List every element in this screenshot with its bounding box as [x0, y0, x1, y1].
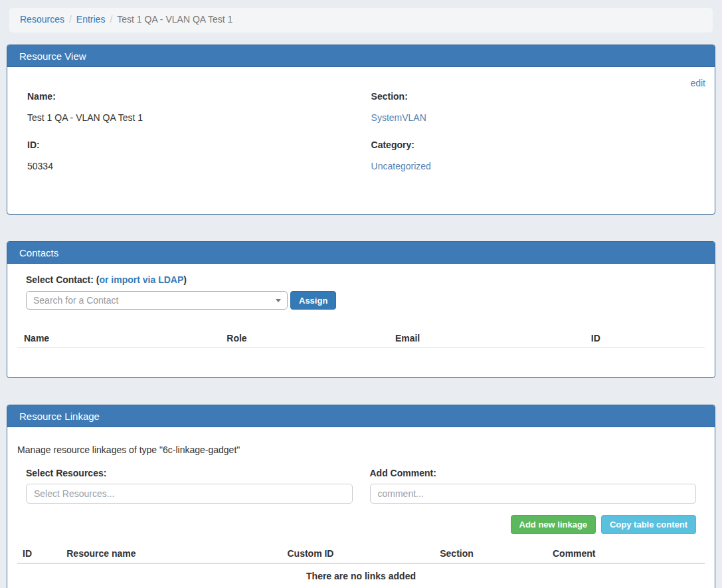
resource-linkage-panel: Resource Linkage Manage resource linkage…	[7, 405, 715, 588]
select-contact-label: Select Contact: (or import via LDAP)	[26, 274, 696, 285]
resource-linkage-panel-title: Resource Linkage	[7, 405, 715, 427]
comment-input[interactable]	[370, 484, 697, 504]
category-value-link[interactable]: Uncategorized	[371, 161, 431, 171]
resource-view-left-column: Name: Test 1 QA - VLAN QA Test 1 ID: 503…	[27, 91, 371, 188]
linkage-buttons-row: Add new linkage Copy table content	[17, 504, 705, 534]
linkage-empty-message: There are no links added	[17, 563, 705, 588]
select-contact-label-prefix: Select Contact: (	[26, 274, 99, 285]
contacts-table: Name Role Email ID	[17, 332, 705, 348]
breadcrumb-separator: /	[69, 14, 72, 25]
id-label: ID:	[27, 140, 371, 150]
resource-view-fields: Name: Test 1 QA - VLAN QA Test 1 ID: 503…	[27, 91, 695, 188]
contacts-header-id: ID	[585, 332, 705, 348]
edit-link[interactable]: edit	[690, 78, 705, 88]
select-resources-group: Select Resources:	[17, 468, 361, 504]
breadcrumb-separator: /	[110, 14, 112, 25]
section-value-link[interactable]: SystemVLAN	[371, 112, 426, 123]
section-label: Section:	[371, 91, 695, 102]
select-resources-input[interactable]	[26, 484, 353, 504]
resource-view-panel-body: edit Name: Test 1 QA - VLAN QA Test 1 ID…	[7, 67, 715, 214]
name-label: Name:	[27, 91, 371, 102]
linkage-header-comment: Comment	[547, 548, 705, 563]
linkage-header-id: ID	[17, 548, 61, 563]
id-value: 50334	[27, 161, 371, 171]
breadcrumb: Resources/Entries/Test 1 QA - VLAN QA Te…	[9, 8, 713, 33]
resource-view-panel-title: Resource View	[7, 45, 715, 67]
breadcrumb-current: Test 1 QA - VLAN QA Test 1	[117, 14, 232, 25]
add-comment-group: Add Comment:	[361, 468, 705, 504]
linkage-description: Manage resource linkages of type "6c-lin…	[17, 444, 705, 455]
contact-search-select[interactable]: Search for a Contact	[26, 291, 288, 310]
contact-search-placeholder: Search for a Contact	[33, 295, 118, 306]
contacts-header-name: Name	[17, 332, 220, 348]
add-new-linkage-button[interactable]: Add new linkage	[511, 515, 596, 534]
contact-form: Select Contact: (or import via LDAP) Sea…	[7, 274, 715, 310]
contacts-panel: Contacts Select Contact: (or import via …	[7, 241, 715, 378]
resource-linkage-panel-body: Manage resource linkages of type "6c-lin…	[7, 427, 715, 588]
contacts-header-email: Email	[389, 332, 585, 348]
linkage-table: ID Resource name Custom ID Section Comme…	[17, 548, 705, 588]
contacts-panel-title: Contacts	[7, 242, 715, 264]
linkage-header-custom-id: Custom ID	[282, 548, 434, 563]
resource-view-panel: Resource View edit Name: Test 1 QA - VLA…	[7, 45, 715, 215]
linkage-table-header-row: ID Resource name Custom ID Section Comme…	[17, 548, 705, 563]
category-label: Category:	[371, 140, 695, 150]
chevron-down-icon	[276, 299, 281, 302]
linkage-header-section: Section	[434, 548, 547, 563]
linkage-header-resource-name: Resource name	[61, 548, 282, 563]
contacts-header-role: Role	[220, 332, 389, 348]
linkage-empty-row: There are no links added	[17, 563, 705, 588]
select-contact-label-suffix: )	[183, 274, 187, 285]
ldap-import-link[interactable]: or import via LDAP	[99, 274, 183, 285]
select-resources-label: Select Resources:	[26, 468, 353, 478]
breadcrumb-link-entries[interactable]: Entries	[76, 14, 106, 25]
assign-button[interactable]: Assign	[290, 291, 336, 310]
resource-view-right-column: Section: SystemVLAN Category: Uncategori…	[371, 91, 695, 188]
add-comment-label: Add Comment:	[370, 468, 697, 478]
contacts-table-header-row: Name Role Email ID	[17, 332, 705, 348]
copy-table-content-button[interactable]: Copy table content	[601, 515, 696, 534]
name-value: Test 1 QA - VLAN QA Test 1	[27, 112, 371, 123]
breadcrumb-link-resources[interactable]: Resources	[20, 14, 64, 25]
contacts-panel-body: Select Contact: (or import via LDAP) Sea…	[7, 264, 715, 377]
